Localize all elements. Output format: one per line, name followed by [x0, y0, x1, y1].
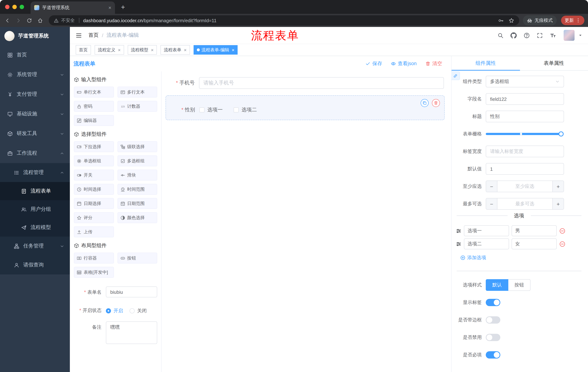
component-item-password[interactable]: 密码	[74, 101, 114, 112]
browser-menu-icon[interactable]	[576, 18, 581, 23]
avatar-caret-icon[interactable]	[578, 33, 582, 37]
grid-slider[interactable]	[486, 128, 564, 140]
home-button[interactable]	[35, 15, 45, 25]
gender-option-2-checkbox[interactable]: 选项二	[234, 107, 257, 113]
component-item-time-picker[interactable]: 时间选择	[74, 184, 114, 195]
component-item-color-picker[interactable]: 颜色选择	[117, 212, 157, 223]
clear-button[interactable]: 清空	[425, 60, 442, 67]
component-type-select[interactable]: 多选框组	[486, 76, 564, 87]
component-item-multi-line-text[interactable]: 多行文本	[117, 87, 157, 97]
component-item-time-range[interactable]: 时间范围	[117, 184, 157, 195]
browser-tab[interactable]: 芋道管理系统 ×	[31, 1, 115, 14]
component-item-select[interactable]: 下拉选择	[74, 141, 114, 152]
field-name-input[interactable]: field122	[486, 93, 564, 105]
copy-component-button[interactable]	[421, 99, 429, 107]
remove-option-button[interactable]	[559, 228, 566, 234]
component-item-date-range[interactable]: 日期范围	[117, 198, 157, 209]
form-remark-textarea[interactable]: 嘿嘿	[106, 321, 157, 344]
help-icon[interactable]	[524, 32, 530, 38]
with-border-switch[interactable]	[486, 316, 500, 324]
github-icon[interactable]	[511, 32, 517, 38]
tag-process-definition[interactable]: 流程定义×	[94, 45, 124, 55]
search-icon[interactable]	[497, 32, 504, 38]
sidebar-item-process-form[interactable]: 流程表单	[0, 182, 70, 200]
key-icon[interactable]	[498, 18, 504, 23]
option-name-input[interactable]: 选项一	[464, 225, 509, 236]
component-item-editor[interactable]: 编辑器	[74, 115, 114, 126]
remove-option-button[interactable]	[559, 241, 566, 247]
star-icon[interactable]	[509, 18, 514, 23]
component-item-upload[interactable]: 上传	[74, 226, 114, 237]
tag-home[interactable]: 首页	[76, 45, 91, 55]
security-label[interactable]: 不安全	[61, 17, 75, 23]
tag-process-form-edit[interactable]: 流程表单-编辑×	[194, 45, 238, 55]
show-label-switch[interactable]	[486, 299, 500, 306]
style-button-button[interactable]: 按钮	[508, 279, 531, 291]
close-icon[interactable]: ×	[118, 47, 121, 53]
form-name-input[interactable]: biubiu	[106, 287, 157, 298]
tab-component-props[interactable]: 组件属性	[452, 56, 520, 70]
hamburger-icon[interactable]	[76, 32, 82, 38]
gender-field-item[interactable]: 性别 选项一 选项二	[166, 95, 445, 120]
tag-process-form[interactable]: 流程表单×	[160, 45, 190, 55]
title-input[interactable]: 性别	[486, 111, 564, 122]
tab-form-props[interactable]: 表单属性	[520, 56, 588, 70]
user-avatar[interactable]	[564, 30, 575, 41]
address-bar[interactable]: 不安全 dashboard.yudao.iocoder.cn/bpm/manag…	[49, 15, 519, 25]
reload-button[interactable]	[24, 15, 34, 25]
window-close-button[interactable]	[5, 5, 10, 9]
save-button[interactable]: 保存	[365, 60, 382, 67]
increase-button[interactable]: +	[552, 198, 564, 209]
sidebar-item-dev-tools[interactable]: 研发工具	[0, 124, 70, 143]
default-value-input[interactable]: 1	[486, 163, 564, 175]
sidebar-item-process-model[interactable]: 流程模型	[0, 218, 70, 237]
link-icon[interactable]	[451, 71, 460, 80]
style-default-button[interactable]: 默认	[486, 279, 508, 291]
sidebar-item-leave-query[interactable]: 请假查询	[0, 255, 70, 275]
status-on-radio[interactable]: 开启	[106, 308, 123, 314]
url-text[interactable]: dashboard.yudao.iocoder.cn/bpm/manager/f…	[83, 18, 217, 23]
option-value-input[interactable]: 男	[512, 225, 557, 236]
component-item-table[interactable]: 表格[开发中]	[74, 267, 114, 278]
component-item-slider[interactable]: 滑块	[117, 170, 157, 181]
close-icon[interactable]: ×	[151, 47, 154, 53]
new-tab-button[interactable]: +	[118, 2, 128, 12]
sidebar-item-process-management[interactable]: 流程管理	[0, 163, 70, 182]
close-icon[interactable]: ×	[232, 47, 234, 53]
component-item-counter[interactable]: 123计数器	[117, 101, 157, 112]
component-item-row-container[interactable]: 行容器	[74, 253, 114, 264]
slider-handle[interactable]	[558, 131, 564, 137]
update-button[interactable]: 更新	[561, 16, 584, 25]
component-item-button[interactable]: 按钮	[117, 253, 157, 264]
sidebar-item-user-group[interactable]: 用户分组	[0, 200, 70, 218]
back-button[interactable]	[2, 15, 12, 25]
component-item-rate[interactable]: 评分	[74, 212, 114, 223]
sidebar-item-infrastructure[interactable]: 基础设施	[0, 104, 70, 124]
component-item-date-picker[interactable]: 日期选择	[74, 198, 114, 209]
forward-button[interactable]	[13, 15, 23, 25]
min-select-value[interactable]: 至少应选	[497, 181, 552, 192]
sidebar-item-system-management[interactable]: 系统管理	[0, 65, 70, 85]
required-switch[interactable]	[486, 351, 500, 359]
component-item-cascader[interactable]: 级联选择	[117, 141, 157, 152]
component-item-single-line-text[interactable]: 单行文本	[74, 87, 114, 97]
view-json-button[interactable]: 查看json	[391, 60, 417, 67]
phone-input[interactable]: 请输入手机号	[199, 77, 444, 89]
close-icon[interactable]: ×	[184, 47, 187, 53]
phone-field-row[interactable]: 手机号 请输入手机号	[166, 75, 445, 91]
sidebar-item-task-management[interactable]: 任务管理	[0, 237, 70, 255]
sidebar-item-workflow[interactable]: 工作流程	[0, 143, 70, 163]
component-item-radio-group[interactable]: 单选框组	[74, 155, 114, 166]
increase-button[interactable]: +	[552, 181, 564, 192]
option-value-input[interactable]: 女	[512, 238, 557, 249]
window-zoom-button[interactable]	[20, 5, 24, 9]
max-select-value[interactable]: 最多可选	[497, 198, 552, 209]
add-option-button[interactable]: 添加选项	[460, 255, 486, 261]
gender-option-1-checkbox[interactable]: 选项一	[200, 107, 223, 113]
decrease-button[interactable]: −	[486, 181, 497, 192]
status-off-radio[interactable]: 关闭	[129, 308, 147, 314]
fullscreen-icon[interactable]	[537, 32, 543, 38]
disabled-switch[interactable]	[486, 334, 500, 341]
tab-close-icon[interactable]: ×	[108, 5, 111, 11]
sidebar-item-payment-management[interactable]: 支付管理	[0, 85, 70, 104]
